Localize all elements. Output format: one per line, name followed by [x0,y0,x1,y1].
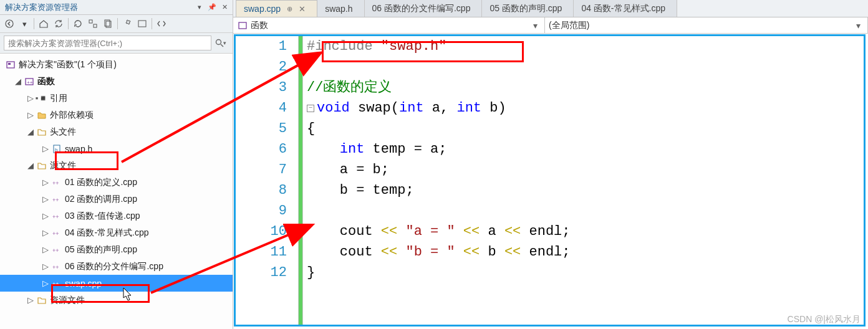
document-tab[interactable]: 06 函数的分文件编写.cpp [365,0,483,17]
tab-label: 04 函数-常见样式.cpp [581,3,665,14]
document-tab[interactable]: 04 函数-常见样式.cpp [574,0,677,17]
resources-folder-node[interactable]: ▷ 资源文件 [0,292,233,308]
collapse-all-icon[interactable] [86,17,100,31]
expander-closed-icon[interactable]: ▷ [41,178,50,187]
code-line[interactable]: cout << "a = " << a << endl; [307,221,864,242]
nav-scope-left[interactable]: 函数 ▾ [233,17,545,33]
line-number: 5 [236,118,287,139]
code-line[interactable]: b = temp; [307,180,864,201]
properties-icon[interactable] [120,17,134,31]
line-number: 4 [236,98,287,118]
references-node[interactable]: ▷ ▪◾ 引用 [0,90,233,107]
svg-text:++: ++ [52,197,59,203]
solution-explorer-header-icons: ▾ 📌 ✕ [194,2,230,13]
solution-tree: 解决方案"函数"(1 个项目) ◢ ++ 函数 ▷ ▪◾ 引用 ▷ 外部依赖项 … [0,54,233,329]
expander-closed-icon[interactable]: ▷ [41,229,50,237]
document-tab[interactable]: swap.cpp⊕✕ [236,0,317,17]
source-file-label: 01 函数的定义.cpp [65,177,137,188]
source-file-label: 06 函数的分文件编写.cpp [65,261,163,272]
document-tab[interactable]: 05 函数的声明.cpp [482,0,574,17]
forward-icon[interactable]: ▾ [17,17,31,31]
expander-open-icon[interactable]: ◢ [14,77,22,86]
code-line[interactable]: #include "swap.h" [307,36,864,57]
code-line[interactable]: int temp = a; [307,139,864,160]
tab-label: swap.cpp [244,4,281,14]
preview-icon[interactable] [135,17,149,31]
headers-folder-node[interactable]: ◢ 头文件 [0,123,233,140]
fold-toggle-icon[interactable]: − [307,105,314,112]
view-code-icon[interactable] [155,17,168,31]
project-node[interactable]: ◢ ++ 函数 [0,73,233,90]
source-file-label: 05 函数的声明.cpp [65,244,137,255]
line-number: 11 [236,242,287,262]
sources-folder-node[interactable]: ◢ 源文件 [0,157,233,174]
svg-text:h: h [55,147,57,153]
search-input[interactable] [4,36,211,50]
header-file-node[interactable]: ▷ h swap.h [0,140,233,157]
chevron-down-icon[interactable]: ▾ [529,21,541,31]
code-line[interactable]: } [307,262,864,283]
code-line[interactable]: { [307,118,864,139]
resources-folder-label: 资源文件 [50,295,85,306]
home-icon[interactable] [37,17,51,31]
source-file-node[interactable]: ▷++05 函数的声明.cpp [0,241,233,258]
solution-node[interactable]: 解决方案"函数"(1 个项目) [0,56,233,73]
refresh-icon[interactable] [71,17,85,31]
code-body[interactable]: #include "swap.h"//函数的定义−void swap(int a… [303,36,864,325]
code-line[interactable]: //函数的定义 [307,77,864,98]
line-number: 10 [236,221,287,242]
expander-closed-icon[interactable]: ▷ [26,111,35,120]
cpp-file-icon: ++ [51,278,62,289]
expander-closed-icon[interactable]: ▷ [41,246,50,254]
expander-open-icon[interactable]: ◢ [26,161,35,170]
nav-scope-right[interactable]: (全局范围) ▾ [545,17,868,33]
change-margin [298,36,303,325]
project-icon: ++ [24,76,35,87]
expander-open-icon[interactable]: ◢ [26,128,35,136]
source-file-node[interactable]: ▷++swap.cpp [0,275,233,292]
code-line[interactable]: cout << "b = " << b << endl; [307,242,864,262]
line-number: 7 [236,160,287,180]
code-line[interactable]: −void swap(int a, int b) [307,98,864,118]
source-file-node[interactable]: ▷++06 函数的分文件编写.cpp [0,258,233,275]
source-file-node[interactable]: ▷++04 函数-常见样式.cpp [0,224,233,241]
cpp-file-icon: ++ [51,194,62,205]
document-tab[interactable]: swap.h [317,0,364,17]
code-line[interactable] [307,57,864,77]
chevron-down-icon[interactable]: ▾ [852,21,864,31]
source-file-node[interactable]: ▷++02 函数的调用.cpp [0,191,233,207]
document-tabbar: swap.cpp⊕✕swap.h06 函数的分文件编写.cpp05 函数的声明.… [233,0,868,17]
svg-text:++: ++ [52,264,59,270]
source-file-label: swap.cpp [65,279,102,288]
close-icon[interactable]: ✕ [219,2,230,13]
pin-icon[interactable]: ⊕ [287,5,292,13]
svg-text:++: ++ [52,281,59,287]
pin-icon[interactable]: 📌 [206,2,218,13]
svg-text:++: ++ [52,214,59,220]
expander-closed-icon[interactable]: ▷ [41,212,50,221]
back-icon[interactable] [2,17,16,31]
references-label: 引用 [50,93,67,104]
headers-folder-label: 头文件 [50,126,76,138]
sync-icon[interactable] [52,17,65,31]
external-deps-node[interactable]: ▷ 外部依赖项 [0,107,233,123]
header-file-icon: h [51,143,62,155]
expander-closed-icon[interactable]: ▷ [41,279,50,288]
expander-closed-icon[interactable]: ▷ [41,145,50,153]
code-line[interactable] [307,201,864,221]
expander-closed-icon[interactable]: ▷ [41,195,50,204]
code-editor[interactable]: 123456789101112 #include "swap.h"//函数的定义… [234,34,866,327]
tab-label: swap.h [325,4,352,14]
source-file-node[interactable]: ▷++03 函数-值传递.cpp [0,207,233,224]
code-line[interactable]: a = b; [307,160,864,180]
source-file-node[interactable]: ▷++01 函数的定义.cpp [0,174,233,191]
show-all-files-icon[interactable] [101,17,115,31]
nav-scope-right-label: (全局范围) [549,20,589,31]
folder-icon [36,110,47,121]
expander-closed-icon[interactable]: ▷ [26,296,35,305]
close-icon[interactable]: ✕ [299,4,306,14]
search-icon[interactable]: ▾ [211,36,229,50]
expander-closed-icon[interactable]: ▷ [41,262,50,271]
expander-closed-icon[interactable]: ▷ [26,94,35,103]
dropdown-icon[interactable]: ▾ [194,2,205,13]
